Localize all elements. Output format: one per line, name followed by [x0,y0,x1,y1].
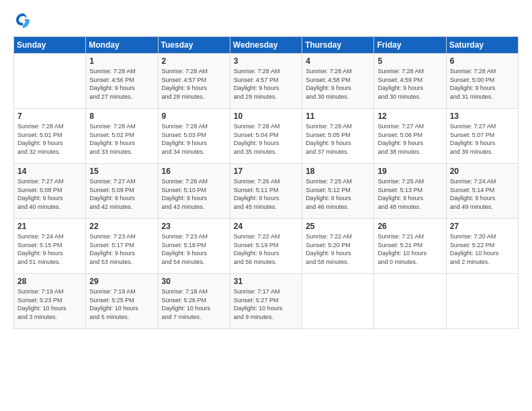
cell-text: Sunrise: 7:24 AMSunset: 5:15 PMDaylight:… [17,232,82,266]
day-number: 24 [234,222,298,231]
calendar-cell [446,274,518,329]
cell-text: Sunrise: 7:22 AMSunset: 5:20 PMDaylight:… [306,232,370,266]
calendar-header: SundayMondayTuesdayWednesdayThursdayFrid… [14,37,519,54]
day-number: 21 [17,222,82,231]
day-number: 8 [89,111,154,121]
calendar-cell: 20Sunrise: 7:24 AMSunset: 5:14 PMDayligh… [446,164,518,219]
day-number: 2 [162,56,226,66]
calendar-cell: 6Sunrise: 7:28 AMSunset: 5:00 PMDaylight… [446,54,518,109]
day-number: 20 [450,167,515,176]
cell-text: Sunrise: 7:27 AMSunset: 5:07 PMDaylight:… [450,122,515,156]
day-number: 10 [234,111,298,121]
calendar-week-row: 14Sunrise: 7:27 AMSunset: 5:08 PMDayligh… [14,164,519,219]
cell-text: Sunrise: 7:28 AMSunset: 4:57 PMDaylight:… [162,67,226,101]
day-number: 4 [306,56,370,66]
calendar-cell: 13Sunrise: 7:27 AMSunset: 5:07 PMDayligh… [446,109,518,164]
calendar-cell: 28Sunrise: 7:19 AMSunset: 5:23 PMDayligh… [14,274,86,329]
weekday-header: Monday [86,37,158,54]
cell-text: Sunrise: 7:17 AMSunset: 5:27 PMDaylight:… [234,287,298,321]
calendar-week-row: 21Sunrise: 7:24 AMSunset: 5:15 PMDayligh… [14,219,519,274]
cell-text: Sunrise: 7:27 AMSunset: 5:06 PMDaylight:… [378,122,442,156]
calendar-cell [14,54,86,109]
calendar-cell: 25Sunrise: 7:22 AMSunset: 5:20 PMDayligh… [302,219,374,274]
cell-text: Sunrise: 7:25 AMSunset: 5:13 PMDaylight:… [378,177,442,211]
calendar-cell: 30Sunrise: 7:18 AMSunset: 5:26 PMDayligh… [158,274,230,329]
day-number: 26 [378,222,442,231]
day-number: 7 [17,111,82,121]
page: SundayMondayTuesdayWednesdayThursdayFrid… [0,0,532,411]
cell-text: Sunrise: 7:22 AMSunset: 5:19 PMDaylight:… [234,232,298,266]
calendar-week-row: 1Sunrise: 7:28 AMSunset: 4:56 PMDaylight… [14,54,519,109]
weekday-header: Thursday [302,37,374,54]
day-number: 5 [378,56,442,66]
cell-text: Sunrise: 7:28 AMSunset: 5:05 PMDaylight:… [306,122,370,156]
weekday-header: Saturday [446,37,518,54]
day-number: 29 [89,277,154,286]
calendar-cell: 1Sunrise: 7:28 AMSunset: 4:56 PMDaylight… [86,54,158,109]
day-number: 28 [17,277,82,286]
cell-text: Sunrise: 7:20 AMSunset: 5:22 PMDaylight:… [450,232,515,266]
cell-text: Sunrise: 7:28 AMSunset: 4:56 PMDaylight:… [89,67,154,101]
calendar-cell: 15Sunrise: 7:27 AMSunset: 5:09 PMDayligh… [86,164,158,219]
weekday-header: Sunday [14,37,86,54]
calendar-cell: 29Sunrise: 7:19 AMSunset: 5:25 PMDayligh… [86,274,158,329]
calendar-table: SundayMondayTuesdayWednesdayThursdayFrid… [13,36,519,329]
calendar-week-row: 7Sunrise: 7:28 AMSunset: 5:01 PMDaylight… [14,109,519,164]
cell-text: Sunrise: 7:26 AMSunset: 5:11 PMDaylight:… [234,177,298,211]
calendar-body: 1Sunrise: 7:28 AMSunset: 4:56 PMDaylight… [14,54,519,329]
calendar-cell [374,274,446,329]
cell-text: Sunrise: 7:19 AMSunset: 5:25 PMDaylight:… [89,287,154,321]
day-number: 27 [450,222,515,231]
calendar-cell: 12Sunrise: 7:27 AMSunset: 5:06 PMDayligh… [374,109,446,164]
weekday-header: Tuesday [158,37,230,54]
weekday-header: Wednesday [230,37,302,54]
calendar-cell: 27Sunrise: 7:20 AMSunset: 5:22 PMDayligh… [446,219,518,274]
calendar-cell: 10Sunrise: 7:28 AMSunset: 5:04 PMDayligh… [230,109,302,164]
cell-text: Sunrise: 7:28 AMSunset: 5:02 PMDaylight:… [89,122,154,156]
weekday-header: Friday [374,37,446,54]
calendar-cell: 23Sunrise: 7:23 AMSunset: 5:18 PMDayligh… [158,219,230,274]
calendar-cell: 11Sunrise: 7:28 AMSunset: 5:05 PMDayligh… [302,109,374,164]
day-number: 22 [89,222,154,231]
calendar-cell: 14Sunrise: 7:27 AMSunset: 5:08 PMDayligh… [14,164,86,219]
calendar-cell: 3Sunrise: 7:28 AMSunset: 4:57 PMDaylight… [230,54,302,109]
calendar-cell [302,274,374,329]
day-number: 16 [162,167,226,176]
calendar-cell: 19Sunrise: 7:25 AMSunset: 5:13 PMDayligh… [374,164,446,219]
calendar-cell: 22Sunrise: 7:23 AMSunset: 5:17 PMDayligh… [86,219,158,274]
cell-text: Sunrise: 7:24 AMSunset: 5:14 PMDaylight:… [450,177,515,211]
calendar-cell: 24Sunrise: 7:22 AMSunset: 5:19 PMDayligh… [230,219,302,274]
calendar-cell: 26Sunrise: 7:21 AMSunset: 5:21 PMDayligh… [374,219,446,274]
cell-text: Sunrise: 7:21 AMSunset: 5:21 PMDaylight:… [378,232,442,266]
calendar-cell: 16Sunrise: 7:26 AMSunset: 5:10 PMDayligh… [158,164,230,219]
cell-text: Sunrise: 7:19 AMSunset: 5:23 PMDaylight:… [17,287,82,321]
cell-text: Sunrise: 7:28 AMSunset: 5:01 PMDaylight:… [17,122,82,156]
calendar-cell: 2Sunrise: 7:28 AMSunset: 4:57 PMDaylight… [158,54,230,109]
calendar-cell: 5Sunrise: 7:28 AMSunset: 4:59 PMDaylight… [374,54,446,109]
cell-text: Sunrise: 7:23 AMSunset: 5:18 PMDaylight:… [162,232,226,266]
day-number: 1 [89,56,154,66]
calendar-cell: 4Sunrise: 7:28 AMSunset: 4:58 PMDaylight… [302,54,374,109]
day-number: 17 [234,167,298,176]
cell-text: Sunrise: 7:18 AMSunset: 5:26 PMDaylight:… [162,287,226,321]
logo [13,11,34,30]
calendar-cell: 31Sunrise: 7:17 AMSunset: 5:27 PMDayligh… [230,274,302,329]
calendar-cell: 8Sunrise: 7:28 AMSunset: 5:02 PMDaylight… [86,109,158,164]
day-number: 15 [89,167,154,176]
day-number: 18 [306,167,370,176]
cell-text: Sunrise: 7:25 AMSunset: 5:12 PMDaylight:… [306,177,370,211]
cell-text: Sunrise: 7:28 AMSunset: 4:59 PMDaylight:… [378,67,442,101]
page-header [13,11,519,30]
cell-text: Sunrise: 7:26 AMSunset: 5:10 PMDaylight:… [162,177,226,211]
day-number: 6 [450,56,515,66]
calendar-cell: 17Sunrise: 7:26 AMSunset: 5:11 PMDayligh… [230,164,302,219]
day-number: 13 [450,111,515,121]
calendar-cell: 18Sunrise: 7:25 AMSunset: 5:12 PMDayligh… [302,164,374,219]
logo-icon [13,11,32,30]
weekday-row: SundayMondayTuesdayWednesdayThursdayFrid… [14,37,519,54]
day-number: 30 [162,277,226,286]
calendar-week-row: 28Sunrise: 7:19 AMSunset: 5:23 PMDayligh… [14,274,519,329]
cell-text: Sunrise: 7:28 AMSunset: 5:04 PMDaylight:… [234,122,298,156]
day-number: 12 [378,111,442,121]
cell-text: Sunrise: 7:28 AMSunset: 5:00 PMDaylight:… [450,67,515,101]
